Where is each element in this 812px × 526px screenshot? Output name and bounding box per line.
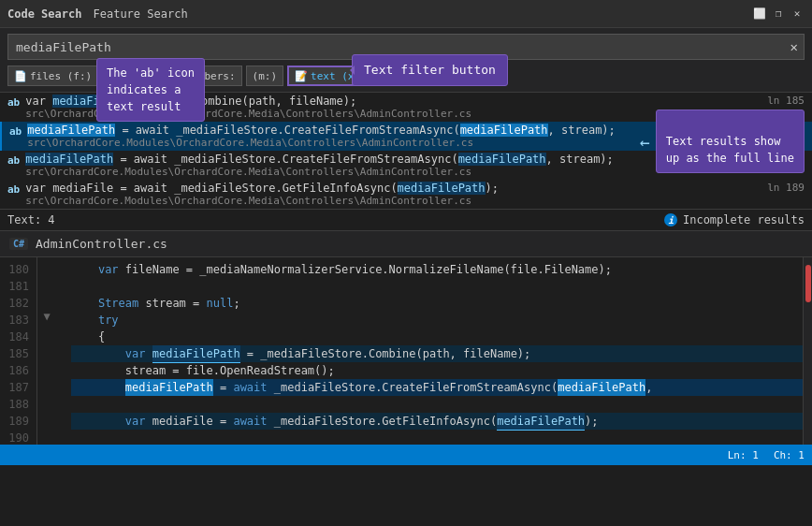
results-count: Text: 4 <box>7 213 55 226</box>
window-controls: ⬜ ❐ ✕ <box>752 7 805 22</box>
code-line: Stream stream = null; <box>71 295 803 312</box>
incomplete-label: Incomplete results <box>683 213 805 226</box>
scrollbar-track[interactable] <box>803 257 812 445</box>
filter-row: 📄 files (f:) ab type: members: (m:) 📝 te… <box>7 66 805 86</box>
code-line: try <box>71 312 803 329</box>
code-line <box>71 396 803 413</box>
ab-icon-tooltip: The 'ab' icon indicates a text result <box>96 58 205 122</box>
code-line: var mediaFile = await _mediaFileStore.Ge… <box>71 413 803 430</box>
code-line <box>71 278 803 295</box>
result-ab-icon: ab <box>9 125 22 138</box>
lang-badge: C# <box>9 238 28 250</box>
title-bar: Code Search Feature Search ⬜ ❐ ✕ <box>0 0 812 28</box>
result-ab-icon: ab <box>7 183 20 196</box>
code-content: 180 181 182 183 184 185 186 187 188 189 … <box>0 257 812 445</box>
text-filter-icon: 📝 <box>295 70 308 82</box>
code-line <box>71 430 803 445</box>
code-panel: C# AdminController.cs 180 181 182 183 18… <box>0 231 812 445</box>
result-content: var mediaFile = await _mediaFileStore.Ge… <box>25 182 760 207</box>
result-ab-icon: ab <box>7 154 20 167</box>
feature-title: Feature Search <box>93 7 187 21</box>
close-button[interactable]: ✕ <box>790 7 805 22</box>
code-line: var mediaFilePath = _mediaFileStore.Comb… <box>71 345 803 362</box>
code-panel-header: C# AdminController.cs <box>0 231 812 257</box>
collapse-arrow[interactable]: ▼ <box>37 308 56 325</box>
m-filter-label: (m:) <box>253 70 278 82</box>
minimize-button[interactable]: ⬜ <box>752 7 767 22</box>
search-clear-button[interactable]: ✕ <box>785 39 804 54</box>
collapse-gutter: ▼ <box>37 257 56 445</box>
result-lineno: ln 189 <box>760 182 805 194</box>
text-filter-tooltip: Text filter button <box>352 54 508 86</box>
result-path: src\OrchardCore.Modules\OrchardCore.Medi… <box>25 195 760 207</box>
result-code: var mediaFile = await _mediaFileStore.Ge… <box>25 182 760 195</box>
m-filter-chip[interactable]: (m:) <box>246 66 284 86</box>
ln-status: Ln: 1 <box>728 449 759 461</box>
result-lineno: ln 185 <box>760 95 805 107</box>
scrollbar-thumb[interactable] <box>805 265 811 302</box>
result-row[interactable]: ab var mediaFile = await _mediaFileStore… <box>0 180 812 209</box>
code-line: mediaFilePath = await _mediaFileStore.Cr… <box>71 379 803 396</box>
files-filter-label: files (f:) <box>30 70 92 82</box>
bottom-status-bar: Ln: 1 Ch: 1 <box>0 445 812 465</box>
result-ab-icon: ab <box>7 96 20 109</box>
ch-status: Ch: 1 <box>774 449 805 461</box>
restore-button[interactable]: ❐ <box>771 7 786 22</box>
code-line: stream = file.OpenReadStream(); <box>71 362 803 379</box>
files-filter-chip[interactable]: 📄 files (f:) <box>7 66 98 86</box>
status-bar: Text: 4 i Incomplete results <box>0 209 812 231</box>
text-results-arrow: ← <box>640 132 650 152</box>
info-icon: i <box>664 213 677 226</box>
line-numbers: 180 181 182 183 184 185 186 187 188 189 … <box>0 257 37 445</box>
file-name: AdminController.cs <box>36 237 167 251</box>
text-results-tooltip-container: ← Text results show up as the full line <box>640 110 805 173</box>
code-lines: var fileName = _mediaNameNormalizerServi… <box>56 257 803 445</box>
file-icon: 📄 <box>14 70 27 82</box>
status-right: i Incomplete results <box>664 213 805 226</box>
code-line: var fileName = _mediaNameNormalizerServi… <box>71 261 803 278</box>
app-title: Code Search <box>7 7 81 21</box>
code-line: { <box>71 329 803 345</box>
search-section: ✕ 📄 files (f:) ab type: members: (m:) 📝 … <box>0 28 812 93</box>
text-results-tooltip: Text results show up as the full line <box>656 110 805 173</box>
